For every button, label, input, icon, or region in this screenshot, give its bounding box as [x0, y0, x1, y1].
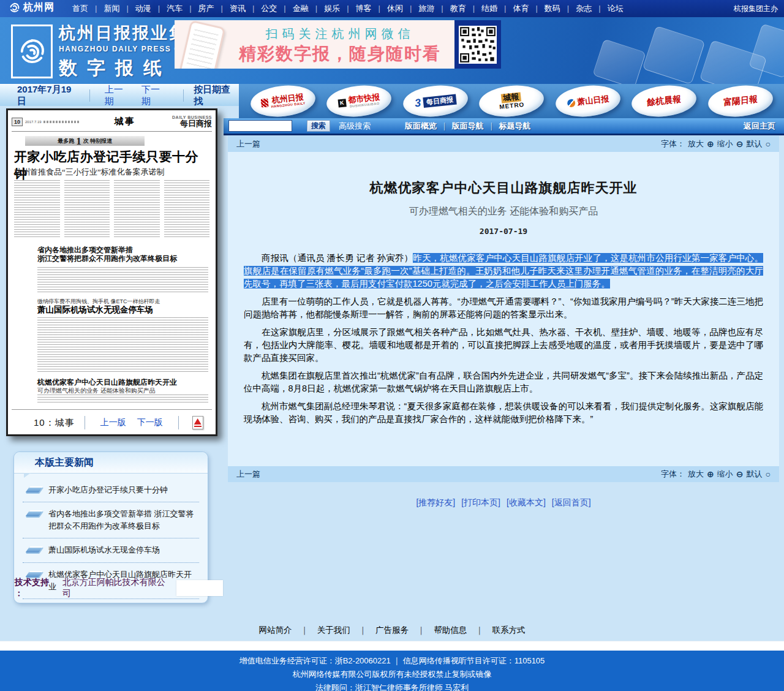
advanced-search-link[interactable]: 高级搜索 — [339, 121, 371, 132]
zoom-out-icon[interactable]: ⊖ — [736, 470, 744, 478]
back-to-home-link[interactable]: [返回首页] — [552, 497, 591, 508]
badge-number: 1 — [76, 136, 81, 146]
tech-logo-placeholder — [176, 580, 223, 596]
topnav-item-house[interactable]: 房产 — [198, 3, 223, 14]
font-zoom-in[interactable]: 放大 — [688, 138, 704, 149]
topnav-item-ent[interactable]: 娱乐 — [324, 3, 349, 14]
zoom-in-icon[interactable]: ⊕ — [707, 470, 714, 478]
font-label: 字体： — [661, 469, 685, 480]
topnav-item-digital[interactable]: 数码 — [545, 3, 569, 14]
news-list-item[interactable]: 萧山国际机场试水无现金停车场 — [23, 538, 199, 562]
press-group-logo — [11, 25, 53, 78]
page-overview-link[interactable]: 版面概览 — [405, 121, 452, 132]
next-issue-link[interactable]: 下一期 — [141, 84, 168, 107]
topnav-item-news[interactable]: 新闻 — [104, 3, 128, 14]
tech-support-label: 技术支持 ： — [15, 577, 59, 599]
topnav-item-transit[interactable]: 公交 — [261, 3, 285, 14]
topnav-item-forum[interactable]: 论坛 — [608, 3, 624, 14]
paper-title-cn: 每日商报 — [172, 119, 212, 128]
font-reset-icon[interactable]: ○ — [766, 140, 771, 148]
date-bar: 2017年7月19日 上一期 下一期 按日期查找 — [0, 84, 239, 106]
article-title: 杭燃优家客户中心天目山路旗舰店昨天开业 — [244, 179, 763, 197]
news-item-icon — [25, 486, 43, 493]
search-button[interactable]: 搜索 — [307, 120, 330, 132]
top-nav-bar: 杭州网 首页 新闻 动漫 汽车 房产 资讯 公交 金融 娱乐 博客 休闲 旅游 … — [0, 0, 784, 17]
paper-name: 每日商报 — [423, 94, 456, 108]
newspaper-logo-band: 杭州日报 HANGZHOU DAILY K 都市快报 DUSHIKUAIBAO … — [239, 84, 784, 118]
topnav-item-sports[interactable]: 体育 — [513, 3, 537, 14]
sponsor-label: 杭报集团主办 — [734, 0, 778, 17]
help-info-link[interactable]: 帮助信息 — [434, 625, 492, 636]
paper-logo-meiri-shangbao[interactable]: 3 每日商报 — [401, 83, 469, 120]
paper-logo-fuyang-daily[interactable]: 富陽日報 — [706, 83, 774, 120]
topnav-item-edu[interactable]: 教育 — [450, 3, 475, 14]
font-zoom-out[interactable]: 缩小 — [717, 469, 733, 480]
topnav-item-travel[interactable]: 旅游 — [418, 3, 443, 14]
font-zoom-in[interactable]: 放大 — [688, 469, 704, 480]
article-bottom-bar: 上一篇 字体： 放大 ⊕ 缩小 ⊖ 默认 ○ — [228, 466, 779, 482]
font-reset[interactable]: 默认 — [747, 138, 763, 149]
print-link[interactable]: [打印本页] — [461, 497, 500, 508]
paragraph-3: 在这家旗舰店里，分区域展示了跟燃气相关各种产品，比如燃气灶具、热水器、干衣机、壁… — [244, 326, 763, 364]
about-us-link[interactable]: 关于我们 — [317, 625, 375, 636]
ad-service-link[interactable]: 广告服务 — [375, 625, 434, 636]
search-by-date-link[interactable]: 按日期查找 — [194, 84, 239, 107]
search-input[interactable] — [228, 120, 292, 132]
prev-page-link[interactable]: 上一版 — [100, 417, 126, 428]
title-nav-link[interactable]: 标题导航 — [499, 121, 530, 132]
search-bar: 搜索 高级搜索 版面概览 版面导航 标题导航 返回主页 — [224, 118, 784, 134]
paper-name: 萧山日报 — [576, 93, 609, 107]
zoom-in-icon[interactable]: ⊕ — [707, 140, 714, 148]
topnav-item-home[interactable]: 首页 — [72, 3, 97, 14]
topnav-item-info[interactable]: 资讯 — [230, 3, 254, 14]
topnav-item-blog[interactable]: 博客 — [356, 3, 380, 14]
topnav-item-leisure[interactable]: 休闲 — [387, 3, 412, 14]
legal-line: 法律顾问：浙江智仁律师事务所律师 马宏利 — [0, 681, 784, 691]
back-home-link[interactable]: 返回主页 — [744, 121, 775, 132]
font-zoom-out[interactable]: 缩小 — [717, 138, 733, 149]
topnav-item-magazine[interactable]: 杂志 — [576, 3, 600, 14]
article-body-panel: 杭燃优家客户中心天目山路旗舰店昨天开业 可办理燃气相关的业务 还能体验和购买产品… — [228, 152, 779, 466]
shangbao-3-icon: 3 — [414, 96, 421, 110]
hangzhou-net-logo[interactable]: 杭州网 — [9, 1, 55, 14]
zoom-out-icon[interactable]: ⊖ — [736, 140, 744, 148]
wechat-banner[interactable]: 扫码关注杭州网微信 精彩数字报，随身随时看 — [175, 20, 501, 69]
contact-link[interactable]: 联系方式 — [492, 625, 525, 636]
preview-headline-2b: 浙江交警将把群众不用跑作为改革终极目标 — [37, 254, 177, 264]
prev-article-link[interactable]: 上一篇 — [236, 138, 260, 149]
news-item-label: 省内各地推出多项交管新举措 浙江交警将把群众不用跑作为改革终极目标 — [48, 509, 194, 531]
recommend-link[interactable]: [推荐好友] — [416, 497, 455, 508]
article-date: 2017-07-19 — [244, 227, 763, 236]
page-nav-link[interactable]: 版面导航 — [452, 121, 499, 132]
paper-title: DAILY BUSINESS 每日商报 — [172, 115, 212, 129]
topnav-item-wedding[interactable]: 结婚 — [481, 3, 506, 14]
paper-name: 餘杭晨報 — [647, 94, 681, 108]
topnav-item-finance[interactable]: 金融 — [293, 3, 317, 14]
paper-logo-yuhang-chenbao[interactable]: 餘杭晨報 — [630, 83, 698, 120]
paragraph-1: 商报讯（通讯员 潘长勇 记者 孙寅乔）昨天，杭燃优家客户中心天目山路旗舰店开业了… — [244, 252, 763, 290]
pdf-icon[interactable] — [192, 416, 203, 429]
section-title: 城事 — [115, 116, 135, 127]
paper-logo-chengbao-metro[interactable]: 城報 METRO — [478, 83, 546, 120]
paper-logo-dushi-kuaibao[interactable]: K 都市快报 DUSHIKUAIBAO — [325, 83, 393, 120]
topnav-item-anime[interactable]: 动漫 — [135, 3, 160, 14]
simulated-text — [37, 395, 208, 403]
prev-issue-link[interactable]: 上一期 — [105, 84, 132, 107]
tech-support-line: 技术支持 ： 北京方正阿帕比技术有限公司 — [15, 578, 223, 598]
paper-logo-xiaoshan-daily[interactable]: 萧山日报 — [554, 83, 622, 120]
news-list-item[interactable]: 省内各地推出多项交管新举措 浙江交警将把群众不用跑作为改革终极目标 — [23, 502, 199, 538]
next-page-link[interactable]: 下一版 — [137, 417, 163, 428]
about-site-link[interactable]: 网站简介 — [259, 625, 317, 636]
font-reset[interactable]: 默认 — [747, 469, 763, 480]
newspaper-page-preview: 10 2017.7.19 城事 DAILY BUSINESS 每日商报 最多跑 … — [6, 108, 217, 436]
news-item-label: 开家小吃店办登记手续只要十分钟 — [48, 485, 168, 494]
prev-article-link[interactable]: 上一篇 — [236, 469, 260, 480]
topnav-item-auto[interactable]: 汽车 — [167, 3, 191, 14]
font-reset-icon[interactable]: ○ — [766, 470, 771, 478]
news-list-item[interactable]: 开家小吃店办登记手续只要十分钟 — [23, 478, 199, 502]
font-controls: 字体： 放大 ⊕ 缩小 ⊖ 默认 ○ — [661, 469, 771, 480]
favorite-link[interactable]: [收藏本文] — [507, 497, 546, 508]
paper-logo-hangzhou-daily[interactable]: 杭州日报 HANGZHOU DAILY — [249, 83, 317, 120]
page-date: 2017.7.19 — [25, 120, 42, 124]
banner-line1: 扫码关注杭州网微信 — [236, 26, 444, 42]
